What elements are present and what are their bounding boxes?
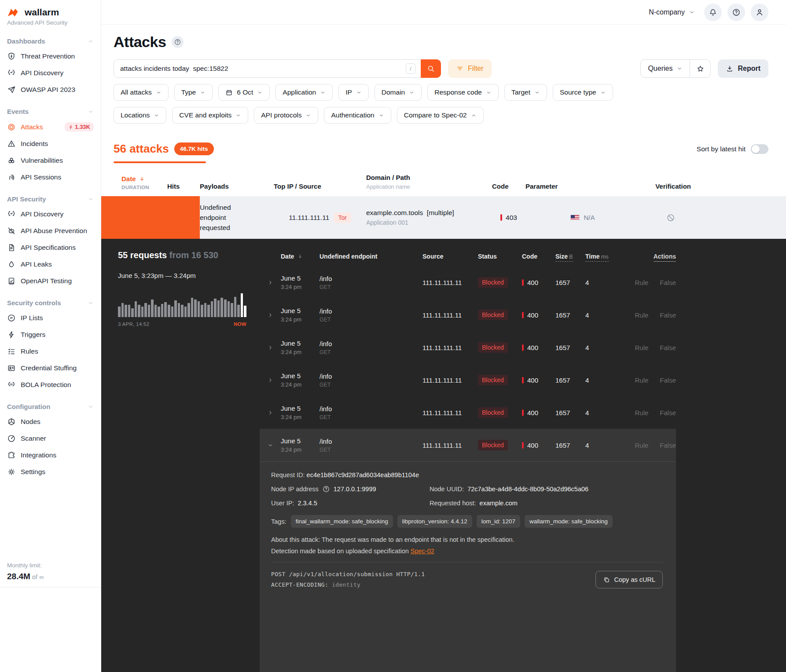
sidebar-item-label: BOLA Protection xyxy=(21,381,71,389)
request-row[interactable]: June 53:24 pm /infoGET 111.11.111.11 Blo… xyxy=(260,364,676,396)
sort-toggle[interactable] xyxy=(751,144,768,154)
col-code: Code xyxy=(522,253,555,260)
sidebar-item[interactable]: Vulnerabilities xyxy=(0,152,101,169)
rule-action[interactable]: Rule xyxy=(635,409,648,416)
filter-chip[interactable]: Authentication xyxy=(324,107,391,124)
sidebar-section-header[interactable]: Dashboards xyxy=(0,33,101,48)
status-code-bar xyxy=(522,409,524,416)
rule-action[interactable]: Rule xyxy=(635,311,648,319)
chevron-right-icon[interactable] xyxy=(267,344,274,351)
filter-chip[interactable]: Response code xyxy=(427,84,499,101)
filter-chip[interactable]: All attacks xyxy=(114,84,169,101)
notifications-button[interactable] xyxy=(704,4,722,21)
sidebar-item[interactable]: Rules xyxy=(0,343,101,360)
favorite-button[interactable] xyxy=(690,60,710,77)
sidebar-item[interactable]: API Discovery xyxy=(0,65,101,81)
chevron-right-icon[interactable] xyxy=(267,409,274,416)
sidebar-item[interactable]: Settings xyxy=(0,464,101,480)
rule-action[interactable]: Rule xyxy=(635,279,648,286)
sidebar-item[interactable]: Scanner xyxy=(0,430,101,447)
attack-row[interactable]: June 5, 3:24 pm 16k 836 Undefined endpoi… xyxy=(101,196,786,239)
col-verification[interactable]: Verification xyxy=(640,183,786,190)
sidebar-item[interactable]: OWASP API 2023 xyxy=(0,81,101,98)
sidebar-section-header[interactable]: Security controls xyxy=(0,295,101,310)
filter-chip[interactable]: Type xyxy=(174,84,213,101)
company-selector[interactable]: N-company xyxy=(649,8,695,16)
false-action[interactable]: False xyxy=(660,442,676,449)
page-help-button[interactable] xyxy=(172,36,184,48)
sidebar-item[interactable]: API Leaks xyxy=(0,256,101,273)
col-date[interactable]: Date xyxy=(281,253,320,260)
col-code[interactable]: Code xyxy=(492,183,525,190)
request-row[interactable]: June 53:24 pm /infoGET 111.11.111.11 Blo… xyxy=(260,396,676,429)
search-button[interactable] xyxy=(421,59,441,78)
request-row-expanded[interactable]: June 53:24 pm /infoGET 111.11.111.11 Blo… xyxy=(260,429,676,461)
queries-button[interactable]: Queries xyxy=(641,60,690,77)
col-time[interactable]: Timems xyxy=(585,253,616,262)
sidebar-item[interactable]: OpenAPI Testing xyxy=(0,273,101,289)
request-row[interactable]: June 53:24 pm /infoGET 111.11.111.11 Blo… xyxy=(260,266,676,299)
sidebar-item[interactable]: Credential Stuffing xyxy=(0,360,101,376)
filter-chip[interactable]: API protocols xyxy=(254,107,318,124)
filter-chip[interactable]: Locations xyxy=(114,107,166,124)
chevron-down-icon[interactable] xyxy=(267,442,274,449)
filter-chip[interactable]: CVE and exploits xyxy=(172,107,248,124)
filter-chip[interactable]: Compare to Spec-02 xyxy=(397,107,484,124)
col-top-ip[interactable]: Top IP / Source xyxy=(274,183,366,190)
requests-histogram[interactable] xyxy=(118,292,246,317)
sidebar-item[interactable]: Threat Prevention xyxy=(0,48,101,65)
account-button[interactable] xyxy=(751,4,768,21)
col-domain[interactable]: Domain / Path Application name xyxy=(366,174,492,190)
col-size[interactable]: SizeB xyxy=(555,253,585,262)
request-details: Request ID: ec4e1b867c9d287ad6034eab89b1… xyxy=(260,462,676,608)
false-action[interactable]: False xyxy=(660,409,676,416)
filter-chip[interactable]: Source type xyxy=(553,84,613,101)
filter-chip[interactable]: Domain xyxy=(375,84,422,101)
sidebar-item-label: Nodes xyxy=(21,418,40,426)
false-action[interactable]: False xyxy=(660,344,676,351)
search-input[interactable] xyxy=(114,59,441,78)
false-action[interactable]: False xyxy=(660,279,676,286)
histogram-bar xyxy=(194,299,197,317)
chevron-right-icon[interactable] xyxy=(267,377,274,383)
sidebar-item[interactable]: Nodes xyxy=(0,413,101,430)
sidebar-item[interactable]: API Abuse Prevention xyxy=(0,223,101,239)
filter-chip[interactable]: Target xyxy=(504,84,547,101)
sidebar-section-header[interactable]: API Security xyxy=(0,191,101,206)
sidebar-item[interactable]: ID BOLA Protection xyxy=(0,376,101,393)
sidebar-item[interactable]: Integrations xyxy=(0,447,101,464)
sidebar-item[interactable]: API Specifications xyxy=(0,239,101,256)
rule-action[interactable]: Rule xyxy=(635,442,648,449)
col-date[interactable]: Date DURATION xyxy=(121,175,167,190)
false-action[interactable]: False xyxy=(660,376,676,384)
sidebar-section-header[interactable]: Events xyxy=(0,103,101,118)
filter-chip[interactable]: Application xyxy=(275,84,333,101)
rule-action[interactable]: Rule xyxy=(635,344,648,351)
col-parameter[interactable]: Parameter xyxy=(525,183,640,190)
report-button[interactable]: Report xyxy=(718,59,768,78)
monthly-limit: Monthly limit: 28.4Mof ∞ xyxy=(7,562,44,581)
attack-source-ip: 11.111.111.11 Tor xyxy=(274,196,366,239)
sidebar-item[interactable]: API Sessions xyxy=(0,169,101,186)
false-action[interactable]: False xyxy=(660,311,676,319)
sidebar-item[interactable]: API Discovery xyxy=(0,206,101,223)
sidebar-item[interactable]: Incidents xyxy=(0,135,101,152)
rule-action[interactable]: Rule xyxy=(635,376,648,384)
filter-button[interactable]: Filter xyxy=(448,59,492,78)
chevron-right-icon[interactable] xyxy=(267,312,274,318)
request-row[interactable]: June 53:24 pm /infoGET 111.11.111.11 Blo… xyxy=(260,331,676,364)
filter-chip[interactable]: 6 Oct xyxy=(218,84,270,101)
question-icon[interactable] xyxy=(322,485,330,493)
sidebar-item[interactable]: Attacks 1.33K xyxy=(0,118,101,135)
copy-as-curl-button[interactable]: Copy as cURL xyxy=(595,571,663,588)
request-row[interactable]: June 53:24 pm /infoGET 111.11.111.11 Blo… xyxy=(260,299,676,331)
sidebar-item[interactable]: IP IP Lists xyxy=(0,310,101,326)
chevron-right-icon[interactable] xyxy=(267,279,274,286)
col-hits[interactable]: Hits xyxy=(167,183,200,190)
col-payloads[interactable]: Payloads xyxy=(200,183,274,190)
filter-chip[interactable]: IP xyxy=(338,84,369,101)
help-button[interactable] xyxy=(727,4,745,21)
spec-link[interactable]: Spec-02 xyxy=(411,548,434,555)
sidebar-item[interactable]: Triggers xyxy=(0,326,101,343)
sidebar-section-header[interactable]: Configuration xyxy=(0,398,101,413)
